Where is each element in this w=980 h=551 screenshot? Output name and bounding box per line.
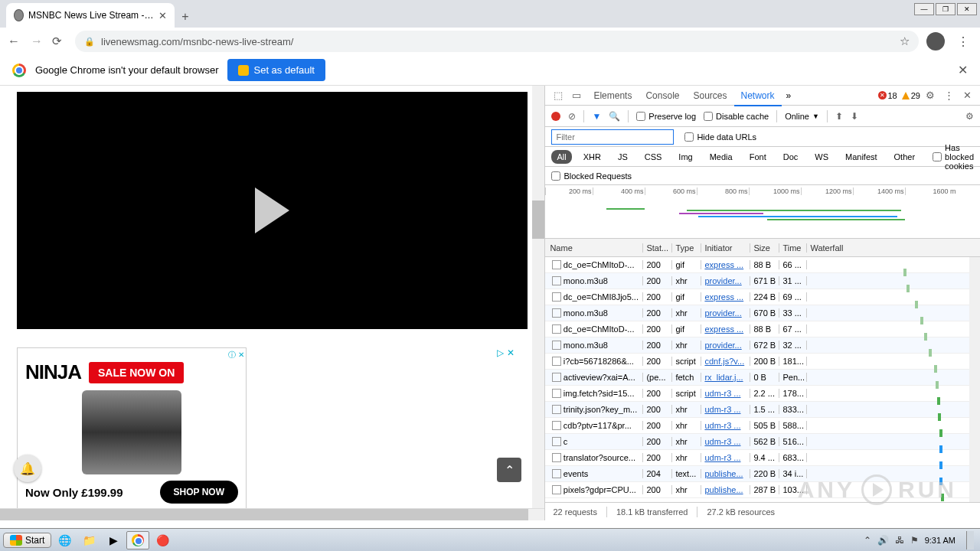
address-toolbar: ← → ⟳ 🔒 livenewsmag.com/msnbc-news-live-… (0, 28, 980, 55)
network-request-row[interactable]: img.fetch?sid=15...200scriptudm-r3 ...2.… (545, 386, 980, 402)
shop-now-button[interactable]: SHOP NOW (160, 481, 238, 504)
windows-taskbar: Start 🌐 📁 ▶ 🔴 ⌃ 🔊 🖧 ⚑ 9:31 AM (0, 528, 980, 551)
browser-menu-button[interactable]: ⋮ (952, 34, 974, 49)
device-toggle-icon[interactable]: ▭ (568, 90, 585, 101)
tray-flag-icon[interactable]: ⚑ (910, 535, 919, 546)
filter-type-font[interactable]: Font (744, 150, 772, 164)
error-count[interactable]: ✕18 (878, 91, 897, 100)
tray-volume-icon[interactable]: 🔊 (877, 535, 889, 546)
tab-title: MSNBC News Live Stream - MSNBC L (28, 10, 154, 21)
taskbar-app[interactable]: 🔴 (151, 531, 174, 549)
adchoices-icon[interactable]: ⓘ ✕ (228, 350, 244, 360)
maximize-button[interactable]: ❐ (936, 3, 956, 15)
network-request-row[interactable]: cdb?ptv=117&pr...200xhrudm-r3 ...505 B58… (545, 418, 980, 434)
filter-type-doc[interactable]: Doc (778, 150, 804, 164)
ad-ninja[interactable]: ⓘ ✕ NINJA SALE NOW ON Now Only £199.99 S… (17, 347, 247, 520)
warning-count[interactable]: 29 (902, 91, 920, 100)
browser-tab[interactable]: MSNBC News Live Stream - MSNBC L ✕ (6, 3, 175, 28)
clear-icon[interactable]: ⊘ (568, 111, 576, 122)
notification-bell[interactable]: 🔔 (14, 455, 41, 482)
network-request-row[interactable]: mono.m3u8200xhrprovider...672 B32 ... (545, 337, 980, 354)
url-bar[interactable]: 🔒 livenewsmag.com/msnbc-news-live-stream… (75, 31, 919, 52)
network-request-row[interactable]: dc_oe=ChMI8Jjo5...200gifexpress ...224 B… (545, 289, 980, 305)
devtools-close-icon[interactable]: ✕ (959, 90, 975, 101)
infobar-close-icon[interactable]: ✕ (958, 63, 968, 77)
page-content: ⓘ ✕ NINJA SALE NOW ON Now Only £199.99 S… (0, 86, 544, 520)
show-desktop-button[interactable] (966, 531, 974, 549)
video-player[interactable] (17, 92, 528, 329)
network-request-row[interactable]: dc_oe=ChMItoD-...200gifexpress ...88 B67… (545, 321, 980, 337)
windows-icon (10, 535, 22, 546)
taskbar-media[interactable]: ▶ (102, 531, 125, 549)
scroll-to-top-button[interactable]: ⌃ (497, 458, 521, 482)
network-table-body: dc_oe=ChMItoD-...200gifexpress ...88 B66… (545, 257, 980, 502)
filter-input[interactable] (551, 129, 674, 145)
devtools-tab-console[interactable]: Console (639, 86, 686, 105)
filter-type-css[interactable]: CSS (639, 150, 668, 164)
shield-icon (238, 65, 249, 76)
tray-clock[interactable]: 9:31 AM (925, 536, 956, 545)
preserve-log-checkbox[interactable]: Preserve log (636, 112, 696, 121)
filter-type-js[interactable]: JS (612, 150, 633, 164)
network-request-row[interactable]: dc_oe=ChMItoD-...200gifexpress ...88 B66… (545, 257, 980, 273)
set-default-button[interactable]: Set as default (227, 59, 325, 81)
play-icon[interactable] (255, 187, 289, 233)
forward-button[interactable]: → (29, 34, 44, 48)
network-request-row[interactable]: translator?source...200xhrudm-r3 ...9.4 … (545, 450, 980, 466)
inspect-icon[interactable]: ⬚ (550, 90, 567, 101)
table-scrollbar[interactable] (969, 257, 980, 502)
reload-button[interactable]: ⟳ (52, 34, 67, 48)
filter-icon[interactable]: ▼ (592, 111, 601, 122)
minimize-button[interactable]: — (914, 3, 934, 15)
new-tab-button[interactable]: + (175, 6, 196, 28)
close-icon[interactable]: ✕ (158, 10, 167, 21)
filter-type-xhr[interactable]: XHR (578, 150, 606, 164)
devtools-tab-elements[interactable]: Elements (586, 86, 639, 105)
vertical-scrollbar[interactable] (532, 86, 544, 520)
tray-expand-icon[interactable]: ⌃ (864, 535, 871, 546)
network-request-row[interactable]: i?cb=56718286&...200scriptcdnf.js?v...20… (545, 354, 980, 370)
filter-type-all[interactable]: All (551, 150, 571, 164)
ad-close-icon[interactable]: ✕ (507, 347, 514, 358)
network-settings-icon[interactable]: ⚙ (965, 111, 974, 122)
network-request-row[interactable]: pixels?gdpr=CPU...200xhrpublishe...287 B… (545, 482, 980, 498)
close-button[interactable]: ✕ (957, 3, 977, 15)
adchoices-icon[interactable]: ▷ (497, 347, 504, 358)
upload-icon[interactable]: ⬆ (835, 111, 843, 122)
devtools-tab-sources[interactable]: Sources (686, 86, 733, 105)
bookmark-icon[interactable]: ☆ (900, 34, 910, 48)
network-request-row[interactable]: c200xhrudm-r3 ...562 B516... (545, 434, 980, 450)
profile-button[interactable] (926, 32, 945, 51)
hide-data-urls-checkbox[interactable]: Hide data URLs (684, 132, 756, 142)
search-icon[interactable]: 🔍 (609, 111, 620, 122)
chrome-icon (12, 64, 26, 77)
throttle-select[interactable]: Online ▼ (785, 112, 819, 121)
back-button[interactable]: ← (6, 34, 21, 48)
record-button[interactable] (551, 112, 560, 121)
filter-type-other[interactable]: Other (889, 150, 921, 164)
taskbar-chrome[interactable] (126, 531, 149, 549)
filter-type-manifest[interactable]: Manifest (840, 150, 883, 164)
filter-type-img[interactable]: Img (673, 150, 697, 164)
network-table-header[interactable]: Name Stat... Type Initiator Size Time Wa… (545, 239, 980, 257)
more-tabs-icon[interactable]: » (783, 90, 795, 101)
network-request-row[interactable]: trinity.json?key_m...200xhrudm-r3 ...1.5… (545, 402, 980, 418)
network-request-row[interactable]: events204text...publishe...220 B34 i... (545, 466, 980, 482)
filter-type-ws[interactable]: WS (809, 150, 834, 164)
filter-type-media[interactable]: Media (704, 150, 738, 164)
settings-icon[interactable]: ⚙ (922, 90, 939, 101)
tray-network-icon[interactable]: 🖧 (895, 535, 904, 546)
disable-cache-checkbox[interactable]: Disable cache (704, 112, 769, 121)
lock-icon[interactable]: 🔒 (84, 37, 95, 47)
taskbar-ie[interactable]: 🌐 (53, 531, 76, 549)
network-request-row[interactable]: activeview?xai=A...(pe...fetchrx_lidar.j… (545, 370, 980, 386)
network-request-row[interactable]: mono.m3u8200xhrprovider...671 B31 ... (545, 273, 980, 289)
devtools-menu-icon[interactable]: ⋮ (940, 90, 958, 101)
horizontal-scrollbar[interactable] (0, 508, 544, 520)
taskbar-explorer[interactable]: 📁 (77, 531, 100, 549)
blocked-requests-checkbox[interactable]: Blocked Requests (551, 171, 632, 181)
devtools-tab-network[interactable]: Network (734, 86, 782, 106)
timeline-overview[interactable]: 200 ms400 ms600 ms800 ms1000 ms1200 ms14… (545, 185, 980, 239)
download-icon[interactable]: ⬇ (851, 111, 858, 122)
start-button[interactable]: Start (3, 533, 51, 548)
